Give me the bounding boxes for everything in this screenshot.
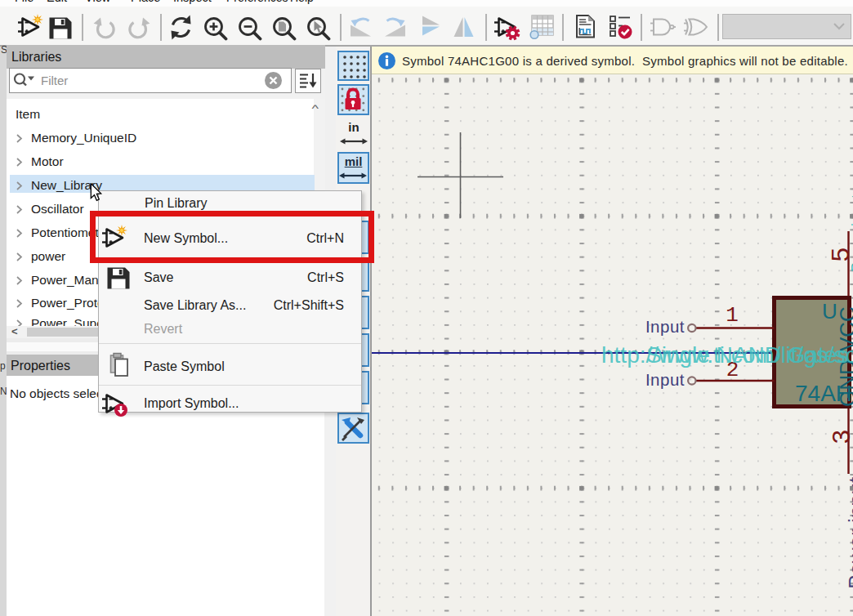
svg-text:Power input: Power input: [849, 194, 853, 272]
svg-text:Input: Input: [645, 317, 685, 336]
svg-text:Input: Input: [645, 370, 685, 389]
svg-text:Single NAND Gates: Single NAND Gates: [646, 342, 848, 368]
svg-text:3: 3: [828, 429, 853, 444]
svg-text:1: 1: [726, 303, 739, 328]
svg-text:Power input: Power input: [844, 476, 853, 589]
